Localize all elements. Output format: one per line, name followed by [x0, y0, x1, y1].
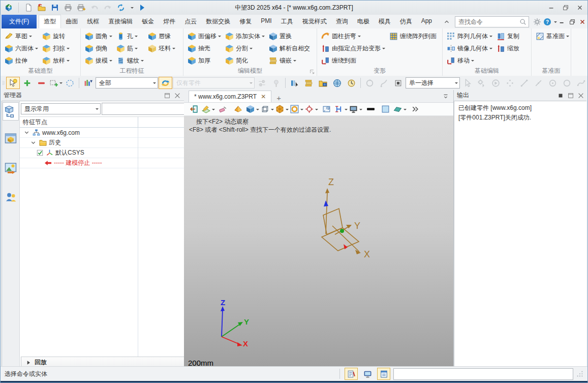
window-restore-button[interactable]	[561, 4, 570, 12]
ribbon-item-筋[interactable]: 筋	[114, 42, 146, 54]
play-button[interactable]	[137, 3, 147, 13]
qat-dropdown-caret[interactable]	[131, 7, 134, 10]
part-filter-toggle[interactable]	[159, 77, 172, 89]
tree-row-历史[interactable]: 历史	[20, 138, 184, 148]
sel-line[interactable]	[517, 77, 531, 89]
tree-column-header[interactable]: 特征节点	[20, 117, 184, 128]
view-orient-button[interactable]	[275, 103, 289, 115]
new-document-tab-button[interactable]: +	[271, 94, 286, 102]
sel-segment[interactable]	[532, 77, 545, 89]
ribbon-item-面偏移[interactable]: 面偏移	[185, 30, 223, 42]
app-logo[interactable]	[4, 3, 14, 13]
box-select[interactable]	[49, 77, 63, 89]
new-file-button[interactable]	[23, 3, 34, 13]
file-menu-button[interactable]: 文件(F)	[2, 15, 37, 28]
ribbon-item-添加实体[interactable]: 添加实体	[223, 30, 267, 42]
status-tool-list-icon[interactable]	[345, 368, 358, 380]
menu-tab-直接编辑[interactable]: 直接编辑	[104, 15, 137, 28]
sel-play[interactable]	[489, 77, 503, 89]
ribbon-item-缠绕到面[interactable]: 缠绕到面	[319, 54, 387, 67]
sel-settings[interactable]	[475, 77, 488, 89]
menu-tab-工具[interactable]: 工具	[276, 15, 298, 28]
sel-cursor[interactable]	[460, 77, 474, 89]
menu-tab-电极[interactable]: 电极	[353, 15, 374, 28]
ribbon-item-放样[interactable]: 放样	[40, 54, 72, 67]
tree-row-默认CSYS[interactable]: 默认CSYS	[20, 148, 184, 158]
status-doc-list-icon[interactable]	[377, 368, 390, 380]
erase-button[interactable]	[216, 103, 230, 115]
tree-expand-icon[interactable]	[29, 139, 37, 146]
nav-orbit[interactable]	[363, 77, 377, 89]
output-restore-button[interactable]	[567, 92, 574, 99]
ribbon-item-缩放[interactable]: 缩放	[494, 42, 521, 54]
pick-gallery[interactable]	[316, 77, 330, 89]
remove-selection[interactable]	[35, 77, 48, 89]
exit-button[interactable]	[187, 103, 200, 115]
resize-grip[interactable]	[576, 370, 583, 377]
display-mode-button[interactable]	[349, 103, 362, 115]
menu-tab-点云[interactable]: 点云	[180, 15, 201, 28]
output-pin-icon[interactable]	[557, 92, 564, 99]
ribbon-item-缠绕阵列到面[interactable]: 缠绕阵列到面	[387, 30, 439, 42]
part-filter-select[interactable]: 仅有零件	[173, 77, 255, 89]
sketch-plane-button[interactable]	[202, 103, 215, 115]
tree-view-dropdown[interactable]: 显示常用	[21, 103, 101, 114]
ribbon-item-加厚[interactable]: 加厚	[185, 54, 223, 67]
manager-tab-solid[interactable]	[3, 130, 18, 147]
ribbon-item-移动[interactable]: 移动	[445, 54, 494, 67]
pick-tool[interactable]	[6, 77, 20, 89]
pick-last-1[interactable]	[288, 77, 301, 89]
window-minimize-button[interactable]	[547, 4, 556, 12]
sel-circle-center[interactable]	[546, 77, 560, 89]
ribbon-item-圆柱折弯[interactable]: 圆柱折弯	[319, 30, 387, 42]
settings-gear-icon[interactable]	[532, 17, 542, 27]
tree-checkbox-icon[interactable]	[36, 149, 44, 157]
manager-close-button[interactable]	[174, 92, 181, 99]
face-color-swatch[interactable]	[379, 103, 392, 115]
ribbon-item-坯料[interactable]: 坯料	[146, 42, 177, 54]
manager-tab-role[interactable]	[3, 189, 18, 206]
menu-tab-PMI[interactable]: PMI	[256, 15, 276, 28]
ribbon-item-孔[interactable]: 孔	[114, 30, 146, 42]
wireframe-display-button[interactable]	[261, 103, 274, 115]
ribbon-item-复制[interactable]: 复制	[494, 30, 521, 42]
ribbon-item-基准面[interactable]: 基准面	[534, 30, 571, 42]
output-close-button[interactable]	[577, 92, 584, 99]
open-button[interactable]	[37, 3, 47, 13]
document-tab[interactable]: * www.x6g.com.Z3PRT ✕	[189, 91, 271, 102]
menu-tab-曲面[interactable]: 曲面	[61, 15, 82, 28]
filter-scope-select[interactable]: 全部	[96, 77, 158, 89]
menu-tab-修复[interactable]: 修复	[235, 15, 256, 28]
selection-mode-select[interactable]: 单一选择	[406, 77, 460, 89]
menu-tab-线框[interactable]: 线框	[82, 15, 104, 28]
doc-restore-button[interactable]	[567, 17, 577, 27]
model-canvas[interactable]: 按下<F2> 动态观察 <F8> 或者 <Shift-roll> 查找下一个有效…	[184, 116, 453, 368]
tree-filter-input[interactable]	[102, 103, 195, 115]
ribbon-item-镜像几何体[interactable]: 镜像几何体	[445, 42, 494, 54]
document-tab-close-icon[interactable]: ✕	[261, 93, 266, 100]
manager-tab-visual[interactable]	[3, 159, 18, 176]
menu-tab-仿真[interactable]: 仿真	[395, 15, 417, 28]
point-filter-button[interactable]	[305, 103, 318, 115]
ribbon-item-由指定点开始变形[interactable]: 由指定点开始变形	[319, 42, 387, 54]
ribbon-item-倒角[interactable]: 倒角	[83, 42, 114, 54]
ribbon-item-旋转[interactable]: 旋转	[40, 30, 72, 42]
ribbon-item-简化[interactable]: 简化	[223, 54, 267, 67]
ribbon-item-六面体[interactable]: 六面体	[3, 42, 40, 54]
sel-points[interactable]	[503, 77, 517, 89]
menu-tab-焊件[interactable]: 焊件	[159, 15, 180, 28]
range-filter[interactable]	[255, 77, 269, 89]
menu-tab-App[interactable]: App	[417, 15, 437, 28]
manager-restore-button[interactable]	[164, 92, 171, 99]
ribbon-item-唇缘[interactable]: 唇缘	[146, 30, 177, 42]
regen-button[interactable]	[116, 3, 126, 13]
ribbon-item-草图[interactable]: 草图	[3, 30, 40, 42]
constraint-button[interactable]	[334, 103, 348, 115]
menu-tab-造型[interactable]: 造型	[39, 15, 61, 28]
menu-tab-模具[interactable]: 模具	[374, 15, 395, 28]
status-input-field[interactable]	[393, 368, 573, 380]
collapse-ribbon-icon[interactable]	[442, 17, 452, 27]
ribbon-item-圆角[interactable]: 圆角	[83, 30, 114, 42]
status-monitor-icon[interactable]	[361, 368, 374, 380]
window-close-button[interactable]	[575, 4, 584, 12]
